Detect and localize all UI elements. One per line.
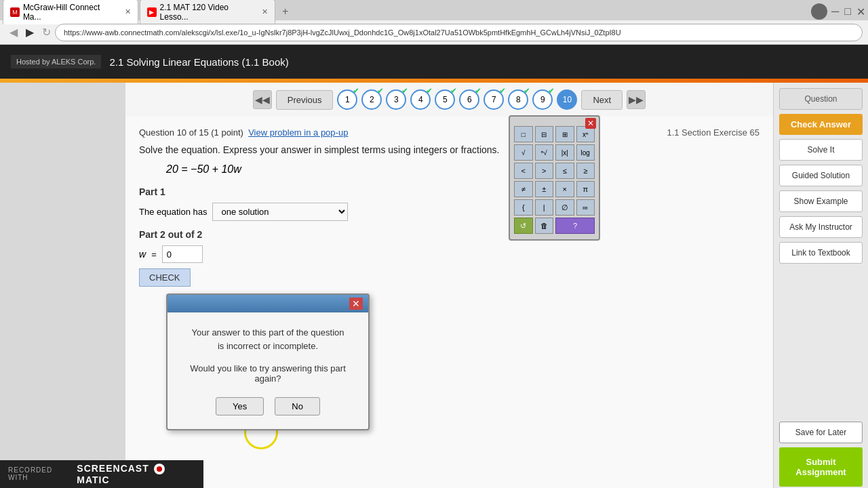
forward-button[interactable]: ▶ (22, 24, 38, 40)
calc-btn-infinity[interactable]: ∞ (576, 199, 595, 216)
dialog-box: ✕ Your answer to this part of the questi… (166, 293, 370, 430)
link-textbook-button[interactable]: Link to Textbook (779, 242, 863, 264)
question-nav-row: ◀◀ Previous ✔ 1 ✔ 2 ✔ 3 ✔ 4 (125, 83, 773, 117)
nav-num-label-8: 8 (516, 95, 521, 104)
nav-num-label-6: 6 (467, 95, 472, 104)
right-sidebar: Question Check Answer Solve It Guided So… (773, 83, 868, 488)
calc-btn-log[interactable]: log (576, 144, 595, 161)
dialog-no-button[interactable]: No (275, 397, 320, 415)
calc-btn-sqrt[interactable]: √ (514, 144, 533, 161)
dialog-yes-button[interactable]: Yes (216, 397, 264, 415)
address-bar[interactable] (55, 24, 863, 41)
check-icon-3: ✔ (401, 87, 408, 96)
nav-num-label-4: 4 (418, 95, 423, 104)
calc-btn-lte[interactable]: ≤ (555, 163, 574, 179)
calc-btn-times[interactable]: × (555, 181, 574, 197)
nav-num-10[interactable]: 10 (557, 89, 577, 110)
part2-input-row: w = (139, 245, 760, 263)
nav-num-label-7: 7 (492, 95, 496, 104)
equation-display: 20 = −50 + 10w (166, 163, 760, 176)
check-button[interactable]: CHECK (139, 268, 191, 287)
tab-youtube[interactable]: ▶ 2.1 MAT 120 Video Lesso... ✕ (140, 0, 275, 24)
calc-btn-square[interactable]: □ (514, 126, 533, 142)
nav-num-2[interactable]: ✔ 2 (361, 89, 382, 110)
calc-btn-neq[interactable]: ≠ (514, 181, 533, 197)
submit-assignment-button[interactable]: Submit Assignment (779, 447, 863, 487)
dialog-buttons: Yes No (184, 397, 352, 415)
tab-close-connectmath[interactable]: ✕ (125, 7, 131, 16)
course-header: Hosted by ALEKS Corp. 2.1 Solving Linear… (0, 45, 868, 79)
calc-btn-plusminus[interactable]: ± (535, 181, 554, 197)
calculator-close-button[interactable]: ✕ (585, 118, 596, 129)
calc-btn-undo[interactable]: ↺ (514, 218, 533, 234)
previous-button[interactable]: Previous (276, 90, 334, 110)
show-example-button[interactable]: Show Example (779, 190, 863, 212)
solve-it-button[interactable]: Solve It (779, 139, 863, 161)
check-icon-8: ✔ (524, 87, 530, 96)
check-answer-button[interactable]: Check Answer (779, 114, 863, 135)
calc-btn-nroot[interactable]: ⁿ√ (535, 144, 554, 161)
nav-num-4[interactable]: ✔ 4 (410, 89, 431, 110)
dialog-message-line2: is incorrect or incomplete. (218, 341, 318, 351)
nav-right-arrow[interactable]: ▶▶ (627, 90, 646, 109)
calc-btn-delete[interactable]: 🗑 (535, 218, 554, 234)
left-sidebar (0, 83, 125, 488)
calc-btn-frac[interactable]: ⊟ (535, 126, 554, 142)
question-tab-button[interactable]: Question (779, 88, 863, 110)
nav-left-arrow[interactable]: ◀◀ (253, 90, 272, 109)
dialog-close-button[interactable]: ✕ (349, 298, 363, 310)
part1-row: The equation has one solution no solutio… (139, 203, 760, 221)
nav-num-9[interactable]: ✔ 9 (532, 89, 553, 110)
calc-btn-pipe[interactable]: | (535, 199, 554, 216)
part2-label: Part 2 out of 2 (139, 229, 760, 240)
calc-btn-lbrace[interactable]: { (514, 199, 533, 216)
back-button[interactable]: ◀ (5, 24, 22, 40)
tab-label-connectmath: McGraw-Hill Connect Ma... (23, 3, 119, 22)
main-content: ◀◀ Previous ✔ 1 ✔ 2 ✔ 3 ✔ 4 (125, 83, 773, 488)
calc-btn-empty[interactable]: ∅ (555, 199, 574, 216)
question-number-text: Question 10 of 15 (1 point) (139, 127, 243, 138)
guided-solution-button[interactable]: Guided Solution (779, 165, 863, 186)
check-icon-6: ✔ (475, 87, 481, 96)
screencast-brand: SCREENCAST MATIC (77, 463, 195, 485)
answer-input[interactable] (162, 245, 203, 263)
nav-num-label-3: 3 (394, 95, 399, 104)
calc-btn-gt[interactable]: > (535, 163, 554, 179)
calc-btn-mixed[interactable]: ⊞ (555, 126, 574, 142)
refresh-button[interactable]: ↻ (38, 24, 55, 40)
tab-favicon-youtube: ▶ (147, 7, 157, 17)
nav-num-8[interactable]: ✔ 8 (508, 89, 528, 110)
check-icon-1: ✔ (353, 87, 359, 96)
check-icon-5: ✔ (450, 87, 456, 96)
tab-connectmath[interactable]: M McGraw-Hill Connect Ma... ✕ (3, 0, 138, 24)
variable-label: w (139, 249, 146, 260)
view-popup-link[interactable]: View problem in a pop-up (248, 127, 348, 138)
nav-num-7[interactable]: ✔ 7 (484, 89, 504, 110)
dialog-message-line1: Your answer to this part of the question (192, 327, 344, 338)
ask-instructor-button[interactable]: Ask My Instructor (779, 216, 863, 238)
close-window-button[interactable]: ✕ (856, 5, 865, 18)
calc-btn-abs[interactable]: |x| (555, 144, 574, 161)
tab-close-youtube[interactable]: ✕ (262, 7, 268, 16)
next-button[interactable]: Next (581, 90, 623, 110)
nav-num-5[interactable]: ✔ 5 (435, 89, 455, 110)
calc-btn-help[interactable]: ? (555, 218, 595, 234)
maximize-button[interactable]: □ (844, 5, 851, 18)
screencast-circle (154, 464, 165, 474)
nav-num-3[interactable]: ✔ 3 (386, 89, 406, 110)
recorded-with-text: RECORDED WITH (8, 466, 71, 481)
save-for-later-button[interactable]: Save for Later (779, 422, 863, 443)
minimize-button[interactable]: ─ (831, 5, 839, 18)
problem-text: Solve the equation. Express your answer … (139, 144, 760, 155)
nav-num-label-5: 5 (443, 95, 448, 104)
calc-btn-lt[interactable]: < (514, 163, 533, 179)
tab-bar: M McGraw-Hill Connect Ma... ✕ ▶ 2.1 MAT … (0, 0, 868, 20)
calc-btn-pi[interactable]: π (576, 181, 595, 197)
new-tab-button[interactable]: + (277, 5, 294, 18)
calculator: ✕ □ ⊟ ⊞ xⁿ √ ⁿ√ |x| log < > ≤ ≥ ≠ ± × (509, 115, 600, 241)
equation-type-dropdown[interactable]: one solution no solution infinitely many… (212, 203, 348, 221)
nav-num-1[interactable]: ✔ 1 (337, 89, 357, 110)
equation-text: 20 = −50 + 10w (166, 163, 241, 175)
calc-btn-gte[interactable]: ≥ (576, 163, 595, 179)
nav-num-6[interactable]: ✔ 6 (459, 89, 479, 110)
